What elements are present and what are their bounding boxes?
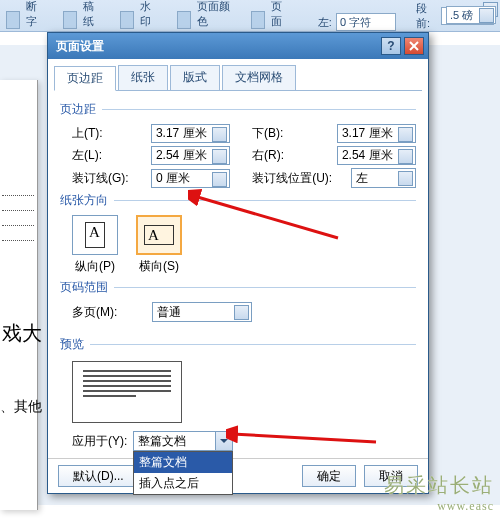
manuscript-icon[interactable] bbox=[63, 11, 77, 29]
input-bottom[interactable]: 3.17 厘米 bbox=[337, 124, 416, 143]
ok-button[interactable]: 确定 bbox=[302, 465, 356, 487]
watermark-icon[interactable] bbox=[120, 11, 134, 29]
tab-margins[interactable]: 页边距 bbox=[54, 66, 116, 91]
dialog-title: 页面设置 bbox=[56, 38, 104, 55]
doc-text-2: 、其他 bbox=[0, 398, 42, 416]
ribbon: 断字 稿纸 水印 页面颜色 页面 左: 0 字符 段前: 17 磅 .5 磅 bbox=[0, 0, 500, 32]
input-gutter[interactable]: 0 厘米 bbox=[151, 169, 230, 188]
ribbon-pagecolor[interactable]: 页面颜色 bbox=[197, 0, 231, 31]
input-right[interactable]: 2.54 厘米 bbox=[337, 146, 416, 165]
label-apply-to: 应用于(Y): bbox=[72, 433, 127, 450]
orientation-landscape[interactable]: 横向(S) bbox=[136, 215, 182, 275]
label-top: 上(T): bbox=[72, 125, 143, 142]
hyphenation-icon[interactable] bbox=[6, 11, 20, 29]
select-apply-to[interactable]: 整篇文档 整篇文档 插入点之后 bbox=[133, 431, 233, 451]
doc-text-1: 戏大 bbox=[2, 320, 42, 347]
tab-layout[interactable]: 版式 bbox=[170, 65, 220, 90]
close-button[interactable] bbox=[404, 37, 424, 55]
document-page bbox=[0, 80, 38, 510]
ribbon-left-label: 左: bbox=[318, 15, 332, 30]
help-button[interactable]: ? bbox=[381, 37, 401, 55]
chevron-down-icon bbox=[215, 432, 232, 450]
page-color-icon[interactable] bbox=[177, 11, 191, 29]
label-multi: 多页(M): bbox=[72, 304, 144, 321]
label-gutter-pos: 装订线位置(U): bbox=[252, 170, 343, 187]
tab-strip: 页边距 纸张 版式 文档网格 bbox=[54, 65, 422, 91]
default-button[interactable]: 默认(D)... bbox=[58, 465, 139, 487]
label-gutter: 装订线(G): bbox=[72, 170, 143, 187]
group-margins: 页边距 bbox=[60, 101, 96, 118]
preview-pane bbox=[72, 361, 182, 423]
apply-opt-whole-doc[interactable]: 整篇文档 bbox=[134, 452, 232, 473]
page-icon[interactable] bbox=[251, 11, 265, 29]
group-orientation: 纸张方向 bbox=[60, 192, 108, 209]
ribbon-manuscript[interactable]: 稿纸 bbox=[83, 0, 100, 31]
ribbon-page[interactable]: 页面 bbox=[271, 0, 288, 31]
ribbon-extra-spin[interactable]: .5 磅 bbox=[446, 6, 496, 24]
label-right: 右(R): bbox=[252, 147, 329, 164]
landscape-icon bbox=[144, 225, 174, 245]
ribbon-before-label: 段前: bbox=[416, 1, 437, 31]
watermark: 易采站长站 www.easc bbox=[384, 472, 494, 514]
dialog-titlebar[interactable]: 页面设置 ? bbox=[48, 33, 428, 59]
tab-grid[interactable]: 文档网格 bbox=[222, 65, 296, 90]
label-bottom: 下(B): bbox=[252, 125, 329, 142]
orientation-portrait[interactable]: 纵向(P) bbox=[72, 215, 118, 275]
tab-paper[interactable]: 纸张 bbox=[118, 65, 168, 90]
ribbon-left-spin[interactable]: 0 字符 bbox=[336, 13, 396, 31]
label-left: 左(L): bbox=[72, 147, 143, 164]
ribbon-watermark[interactable]: 水印 bbox=[140, 0, 157, 31]
close-icon bbox=[409, 41, 419, 51]
page-setup-dialog: 页面设置 ? 页边距 纸张 版式 文档网格 页边距 上(T): 3.17 厘米 … bbox=[47, 32, 429, 494]
group-preview: 预览 bbox=[60, 336, 84, 353]
input-left[interactable]: 2.54 厘米 bbox=[151, 146, 230, 165]
select-gutter-pos[interactable]: 左 bbox=[351, 168, 416, 188]
ribbon-hyphenation[interactable]: 断字 bbox=[26, 0, 43, 31]
select-multi[interactable]: 普通 bbox=[152, 302, 252, 322]
apply-to-dropdown: 整篇文档 插入点之后 bbox=[133, 451, 233, 495]
apply-opt-after-cursor[interactable]: 插入点之后 bbox=[134, 473, 232, 494]
input-top[interactable]: 3.17 厘米 bbox=[151, 124, 230, 143]
portrait-icon bbox=[85, 222, 105, 248]
group-page-range: 页码范围 bbox=[60, 279, 108, 296]
